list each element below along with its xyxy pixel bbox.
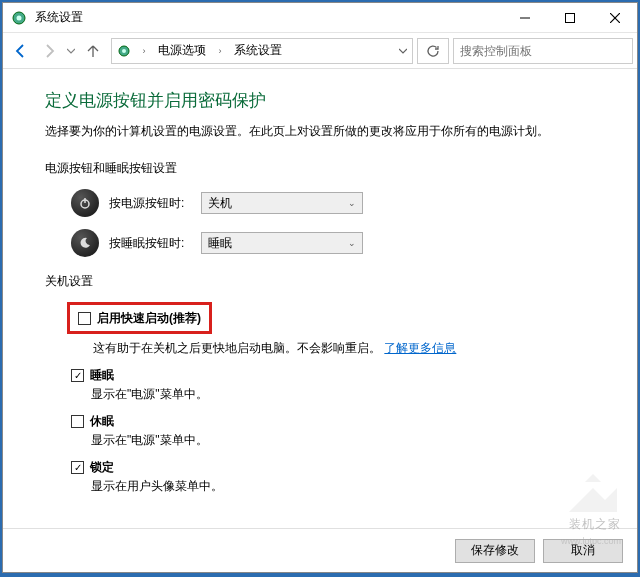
fast-startup-highlight: 启用快速启动(推荐): [67, 302, 212, 334]
maximize-button[interactable]: [547, 3, 592, 33]
hibernate-label: 休眠: [90, 413, 114, 430]
chevron-down-icon: ⌄: [348, 238, 356, 248]
power-button-label: 按电源按钮时:: [109, 195, 201, 212]
breadcrumb-power-options[interactable]: 电源选项: [152, 39, 212, 63]
section-buttons-title: 电源按钮和睡眠按钮设置: [45, 160, 609, 177]
page-description: 选择要为你的计算机设置的电源设置。在此页上对设置所做的更改将应用于你所有的电源计…: [45, 122, 609, 140]
fast-startup-label: 启用快速启动(推荐): [97, 310, 201, 327]
svg-point-7: [122, 49, 126, 53]
power-icon: [71, 189, 99, 217]
breadcrumb-dropdown[interactable]: [392, 47, 412, 55]
breadcrumb-system-settings[interactable]: 系统设置: [228, 39, 288, 63]
save-button[interactable]: 保存修改: [455, 539, 535, 563]
power-button-row: 按电源按钮时: 关机 ⌄: [71, 189, 609, 217]
sleep-desc: 显示在"电源"菜单中。: [91, 386, 609, 403]
breadcrumb[interactable]: › 电源选项 › 系统设置: [111, 38, 413, 64]
sleep-button-dropdown[interactable]: 睡眠 ⌄: [201, 232, 363, 254]
window-title: 系统设置: [35, 9, 502, 26]
cancel-button[interactable]: 取消: [543, 539, 623, 563]
app-icon: [11, 10, 27, 26]
moon-icon: [71, 229, 99, 257]
close-button[interactable]: [592, 3, 637, 33]
page-heading: 定义电源按钮并启用密码保护: [45, 89, 609, 112]
sleep-label: 睡眠: [90, 367, 114, 384]
sleep-checkbox[interactable]: [71, 369, 84, 382]
nav-bar: › 电源选项 › 系统设置: [3, 33, 637, 69]
chevron-down-icon: ⌄: [348, 198, 356, 208]
minimize-button[interactable]: [502, 3, 547, 33]
svg-rect-3: [565, 13, 574, 22]
lock-desc: 显示在用户头像菜单中。: [91, 478, 609, 495]
fast-startup-desc: 这有助于在关机之后更快地启动电脑。不会影响重启。 了解更多信息: [93, 340, 609, 357]
sleep-button-label: 按睡眠按钮时:: [109, 235, 201, 252]
search-input[interactable]: [453, 38, 633, 64]
hibernate-desc: 显示在"电源"菜单中。: [91, 432, 609, 449]
recent-dropdown[interactable]: [63, 37, 79, 65]
power-button-value: 关机: [208, 195, 232, 212]
learn-more-link[interactable]: 了解更多信息: [384, 341, 456, 355]
back-button[interactable]: [7, 37, 35, 65]
svg-point-1: [17, 15, 22, 20]
lock-label: 锁定: [90, 459, 114, 476]
footer: 保存修改 取消: [3, 528, 637, 572]
forward-button: [35, 37, 63, 65]
refresh-button[interactable]: [417, 38, 449, 64]
hibernate-checkbox[interactable]: [71, 415, 84, 428]
lock-checkbox[interactable]: [71, 461, 84, 474]
power-button-dropdown[interactable]: 关机 ⌄: [201, 192, 363, 214]
sleep-button-row: 按睡眠按钮时: 睡眠 ⌄: [71, 229, 609, 257]
chevron-right-icon[interactable]: ›: [136, 46, 152, 56]
chevron-right-icon[interactable]: ›: [212, 46, 228, 56]
fast-startup-checkbox[interactable]: [78, 312, 91, 325]
content-area: 定义电源按钮并启用密码保护 选择要为你的计算机设置的电源设置。在此页上对设置所做…: [3, 69, 637, 528]
section-shutdown-title: 关机设置: [45, 273, 609, 290]
sleep-button-value: 睡眠: [208, 235, 232, 252]
breadcrumb-icon: [112, 43, 136, 59]
titlebar: 系统设置: [3, 3, 637, 33]
up-button[interactable]: [79, 37, 107, 65]
